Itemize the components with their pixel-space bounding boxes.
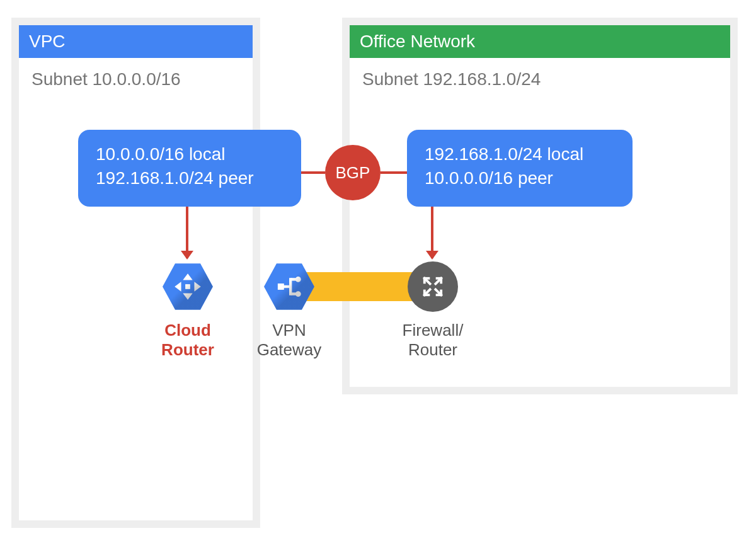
vpc-route-peer: 192.168.1.0/24 peer bbox=[96, 166, 284, 190]
office-title: Office Network bbox=[350, 25, 730, 58]
cloud-router-node: Cloud Router bbox=[140, 261, 235, 360]
svg-marker-2 bbox=[183, 294, 192, 299]
svg-marker-3 bbox=[175, 282, 181, 290]
svg-marker-1 bbox=[183, 274, 192, 280]
cloud-router-icon bbox=[163, 261, 213, 312]
vpn-gateway-icon bbox=[264, 261, 314, 312]
vpn-gateway-label-1: VPN bbox=[272, 321, 306, 340]
arrow-to-firewall bbox=[431, 207, 433, 258]
firewall-router-icon bbox=[408, 261, 458, 312]
vpc-title: VPC bbox=[19, 25, 253, 58]
arrow-to-cloud-router bbox=[186, 207, 188, 258]
svg-rect-7 bbox=[290, 278, 292, 295]
svg-rect-0 bbox=[186, 285, 190, 289]
bgp-link-left bbox=[301, 171, 325, 174]
office-route-peer: 10.0.0.0/16 peer bbox=[425, 166, 615, 190]
vpn-gateway-label: VPN Gateway bbox=[242, 321, 336, 360]
bgp-node: BGP bbox=[325, 145, 381, 200]
svg-point-11 bbox=[295, 292, 301, 297]
svg-rect-5 bbox=[278, 284, 284, 290]
vpc-route-local: 10.0.0.0/16 local bbox=[96, 142, 284, 166]
firewall-router-label-1: Firewall/ bbox=[403, 321, 464, 340]
office-route-card: 192.168.1.0/24 local 10.0.0.0/16 peer bbox=[407, 130, 633, 207]
vpc-route-card: 10.0.0.0/16 local 192.168.1.0/24 peer bbox=[78, 130, 301, 207]
vpn-gateway-label-2: Gateway bbox=[257, 340, 322, 359]
cloud-router-label-2: Router bbox=[161, 340, 214, 359]
cloud-router-label: Cloud Router bbox=[140, 321, 235, 360]
bgp-link-right bbox=[381, 171, 407, 174]
firewall-router-node: Firewall/ Router bbox=[386, 261, 480, 360]
firewall-router-label-2: Router bbox=[408, 340, 457, 359]
svg-marker-4 bbox=[195, 282, 200, 290]
svg-point-10 bbox=[295, 277, 301, 282]
vpn-gateway-node: VPN Gateway bbox=[242, 261, 336, 360]
diagram-canvas: VPC Subnet 10.0.0.0/16 Office Network Su… bbox=[0, 0, 756, 538]
office-route-local: 192.168.1.0/24 local bbox=[425, 142, 615, 166]
cloud-router-label-1: Cloud bbox=[164, 321, 211, 340]
firewall-router-label: Firewall/ Router bbox=[386, 321, 480, 360]
bgp-label: BGP bbox=[336, 163, 370, 183]
